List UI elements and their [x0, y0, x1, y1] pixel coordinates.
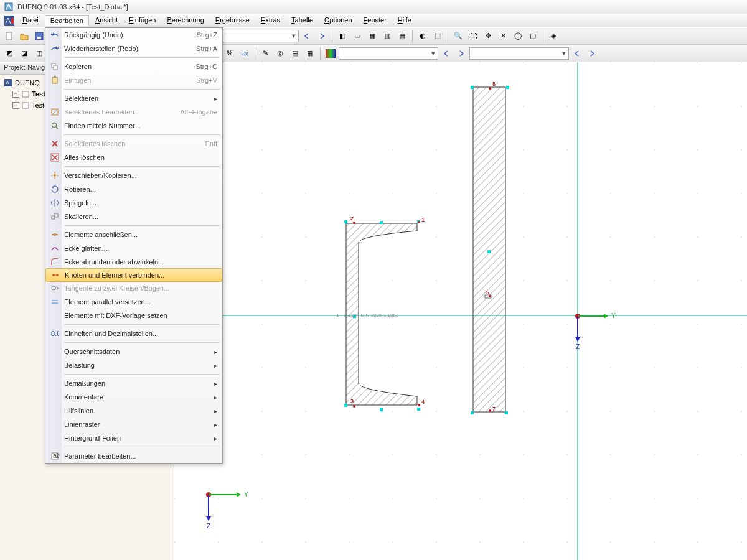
menu-item-bema-ungen[interactable]: Bemaßungen	[45, 376, 222, 390]
menu-fenster[interactable]: Fenster	[359, 15, 392, 26]
axis-triad-main-icon	[573, 311, 616, 348]
menu-bearbeiten[interactable]: Bearbeiten	[45, 15, 89, 26]
new-file-icon[interactable]	[2, 29, 16, 43]
edit-menu-dropdown: Rückgängig (Undo)Strg+ZWiederherstellen …	[45, 27, 223, 464]
combo-selector-2[interactable]	[339, 47, 438, 60]
save-icon[interactable]	[32, 29, 46, 43]
menu-item-selektiertes-bearbeiten: Selektiertes bearbeiten...Alt+Eingabe	[45, 105, 222, 119]
section-label: 1 - U 180 | DIN 1026-1:1963	[336, 312, 398, 318]
menu-item-elemente-anschlie-en[interactable]: Elemente anschließen...	[45, 228, 222, 241]
tool-render-1-icon[interactable]: ◐	[416, 29, 430, 43]
menu-item-label: Verschieben/Kopieren...	[64, 172, 217, 179]
menu-item-skalieren[interactable]: Skalieren...	[45, 210, 222, 223]
menu-item-belastung[interactable]: Belastung	[45, 358, 222, 372]
svg-point-46	[54, 174, 56, 177]
menu-item-wiederherstellen-redo[interactable]: Wiederherstellen (Redo)Strg+A	[45, 42, 222, 55]
expand-icon[interactable]: +	[12, 102, 19, 109]
menu-item-hintergrund-folien[interactable]: Hintergrund-Folien	[45, 431, 222, 445]
menu-item-ecke-abrunden-oder-abwinkeln[interactable]: Ecke abrunden oder abwinkeln...	[45, 255, 222, 269]
tool-layers-icon[interactable]: ▤	[288, 47, 302, 60]
menu-item-label: Spiegeln...	[64, 199, 217, 207]
result-percent-icon[interactable]: %	[223, 47, 237, 60]
svg-rect-26	[473, 87, 505, 412]
menu-tabelle[interactable]: Tabelle	[286, 15, 318, 26]
tool-grid-icon[interactable]: ▦	[303, 47, 317, 60]
tool-target-icon[interactable]: ◎	[273, 47, 287, 60]
expand-icon[interactable]: +	[12, 91, 19, 98]
tool-circle-icon[interactable]: ◯	[511, 29, 525, 43]
open-file-icon[interactable]	[17, 29, 31, 43]
menu-item-element-parallel-versetzen[interactable]: Element parallel versetzen...	[45, 295, 222, 309]
result-cx-icon[interactable]: Cx	[238, 47, 251, 60]
tool-rect-icon[interactable]: ▢	[526, 29, 540, 43]
menu-item-label: Alles löschen	[64, 154, 217, 161]
tool-view-5-icon[interactable]: ▤	[395, 29, 409, 43]
menu-item-hilfslinien[interactable]: Hilfslinien	[45, 404, 222, 418]
join-icon	[49, 269, 62, 281]
menu-ansicht[interactable]: Ansicht	[90, 15, 123, 26]
combo-selector-3[interactable]	[469, 47, 569, 60]
tool-pan-icon[interactable]: ✥	[481, 29, 495, 43]
menu-item-label: Rotieren...	[64, 185, 217, 193]
menu-item-label: Hintergrund-Folien	[64, 434, 217, 442]
svg-marker-32	[206, 516, 211, 521]
tool-zoom-icon[interactable]: 🔍	[451, 29, 465, 43]
menu-item-linienraster[interactable]: Linienraster	[45, 418, 222, 431]
menu-item-verschieben-kopieren[interactable]: Verschieben/Kopieren...	[45, 169, 222, 182]
menu-item-finden-mittels-nummer[interactable]: Finden mittels Nummer...	[45, 119, 222, 133]
tool-cross-icon[interactable]: ✕	[496, 29, 510, 43]
view-iso-icon[interactable]: ◩	[2, 47, 16, 60]
nav-prev-3-icon[interactable]	[570, 47, 584, 60]
menu-item-querschnittsdaten[interactable]: Querschnittsdaten	[45, 345, 222, 358]
menu-item-elemente-mit-dxf-vorlage-setzen[interactable]: Elemente mit DXF-Vorlage setzen	[45, 309, 222, 322]
tangent-icon	[48, 282, 62, 294]
menu-item-label: Hilfslinien	[64, 407, 217, 414]
menu-einfügen[interactable]: Einfügen	[124, 15, 161, 26]
svg-point-53	[52, 286, 55, 290]
menu-item-selektieren[interactable]: Selektieren	[45, 91, 222, 105]
axis-y-label: Y	[244, 491, 248, 498]
nav-prev-2-icon[interactable]	[439, 47, 453, 60]
nav-next-3-icon[interactable]	[585, 47, 599, 60]
menu-item-ecke-gl-tten[interactable]: Ecke glätten...	[45, 241, 222, 255]
tool-render-2-icon[interactable]: ⬚	[431, 29, 444, 43]
tool-measure-icon[interactable]: ✎	[258, 47, 272, 60]
blank-icon	[48, 419, 62, 430]
node-label: 4	[421, 399, 425, 405]
tool-misc-icon[interactable]: ◈	[547, 29, 560, 43]
menu-item-kommentare[interactable]: Kommentare	[45, 390, 222, 404]
tool-view-4-icon[interactable]: ▥	[380, 29, 394, 43]
view-side-icon[interactable]: ◫	[32, 47, 46, 60]
shape-rect-bar[interactable]	[472, 86, 510, 414]
menu-item-alles-l-schen[interactable]: Alles löschen	[45, 151, 222, 164]
drawing-canvas[interactable]: 1 2 3 4 5 7 8 1 - U 180 | DIN 1026-1:196…	[174, 62, 747, 560]
menu-item-parameter-bearbeiten[interactable]: abParameter bearbeiten...	[45, 449, 222, 463]
menu-extras[interactable]: Extras	[256, 15, 285, 26]
tool-view-3-icon[interactable]: ▦	[365, 29, 379, 43]
menu-item-tangente-zu-zwei-kreisen-b-gen: Tangente zu zwei Kreisen/Bögen...	[45, 281, 222, 295]
menu-item-rotieren[interactable]: Rotieren...	[45, 182, 222, 196]
paste-icon	[48, 75, 62, 86]
menu-item-r-ckg-ngig-undo[interactable]: Rückgängig (Undo)Strg+Z	[45, 28, 222, 42]
tool-zoom-fit-icon[interactable]: ⛶	[466, 29, 480, 43]
svg-text:0.00: 0.00	[51, 330, 59, 337]
menu-item-spiegeln[interactable]: Spiegeln...	[45, 196, 222, 210]
menu-item-einheiten-und-dezimalstellen[interactable]: 0.00Einheiten und Dezimalstellen...	[45, 327, 222, 340]
menu-item-knoten-und-element-verbinden[interactable]: Knoten und Element verbinden...	[45, 268, 222, 282]
menu-item-kopieren[interactable]: KopierenStrg+C	[45, 60, 222, 73]
tool-view-1-icon[interactable]: ◧	[336, 29, 349, 43]
view-front-icon[interactable]: ◪	[17, 47, 31, 60]
nav-next-icon[interactable]	[315, 29, 329, 43]
nav-next-2-icon[interactable]	[454, 47, 468, 60]
menu-item-label: Einheiten und Dezimalstellen...	[64, 330, 217, 337]
menu-optionen[interactable]: Optionen	[319, 15, 357, 26]
menu-berechnung[interactable]: Berechnung	[162, 15, 209, 26]
blank-icon	[48, 432, 62, 444]
menu-hilfe[interactable]: Hilfe	[393, 15, 416, 26]
gradient-icon[interactable]	[324, 47, 337, 60]
nav-prev-icon[interactable]	[300, 29, 314, 43]
param-icon: ab	[48, 450, 62, 462]
tool-view-2-icon[interactable]: ▭	[350, 29, 364, 43]
menu-datei[interactable]: Datei	[17, 15, 44, 26]
menu-ergebnisse[interactable]: Ergebnisse	[210, 15, 255, 26]
